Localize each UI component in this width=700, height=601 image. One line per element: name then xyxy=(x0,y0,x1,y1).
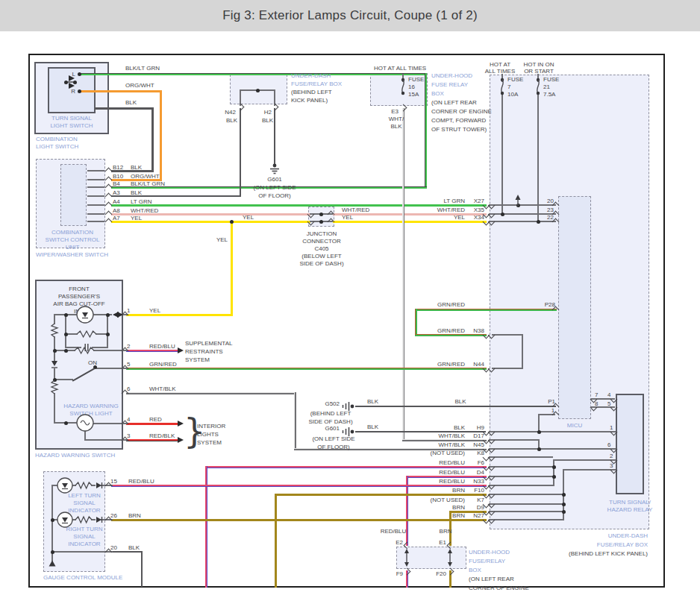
arrow-icon xyxy=(178,347,184,353)
ground-symbol xyxy=(341,401,354,412)
junction-dot xyxy=(64,313,68,317)
ground-symbol xyxy=(341,427,354,437)
wire-gry xyxy=(489,511,564,512)
label-on-left-rear: (ON LEFT REAR xyxy=(431,99,477,106)
pin-connector xyxy=(105,211,113,218)
label-brn: BRN xyxy=(452,487,465,494)
junction-dot xyxy=(53,349,57,353)
double-arrow-symbol xyxy=(447,549,453,567)
wire-gry xyxy=(489,519,564,520)
label-unit: UNIT xyxy=(66,244,80,251)
wire-gry xyxy=(87,195,104,197)
ground-symbol xyxy=(269,163,281,176)
wire-gry xyxy=(522,334,523,369)
wire-gry xyxy=(563,469,616,471)
label-n38: N38 xyxy=(473,327,484,334)
wire-gry xyxy=(489,456,553,458)
wire-gry xyxy=(87,204,104,206)
label-16: 16 xyxy=(408,84,415,90)
label-blk-lt-grn: BLK/LT GRN xyxy=(131,180,165,187)
wire-gry xyxy=(87,170,104,172)
label-d17: D17 xyxy=(473,432,484,439)
label-fuse: FUSE xyxy=(408,76,424,83)
label-wht-blk: WHT/BLK xyxy=(438,432,465,439)
junction-dot xyxy=(106,313,110,317)
label-f9: F9 xyxy=(396,570,403,577)
label-under-hood: UNDER-HOOD xyxy=(431,72,472,79)
fuse-symbol xyxy=(534,78,542,95)
label-or-start: OR START xyxy=(524,68,554,75)
label-red-blu: RED/BLU xyxy=(128,478,154,485)
label-connector: CONNECTOR xyxy=(302,238,340,245)
label-6: 6 xyxy=(127,386,130,392)
label-of-floor: OF FLOOR) xyxy=(317,444,350,450)
led-indicator-symbol xyxy=(56,476,74,494)
label-grn-red: GRN/RED xyxy=(437,327,465,334)
junction-dot xyxy=(51,518,54,522)
label-20: 20 xyxy=(547,198,554,204)
wire-gry xyxy=(537,92,539,222)
junction-dot xyxy=(51,550,54,554)
diode-symbol xyxy=(96,516,103,523)
label-blk: BLK xyxy=(454,398,466,405)
wire-brn xyxy=(111,519,487,521)
label-yel: YEL xyxy=(454,214,465,221)
label-blk: BLK xyxy=(128,544,140,551)
label-wht: WHT/ xyxy=(389,116,404,122)
label-micu: MICU xyxy=(567,422,582,429)
label-red-blu: RED/BLU xyxy=(149,343,175,350)
junction-dot xyxy=(537,220,540,224)
label-junction: JUNCTION xyxy=(307,230,337,237)
combination-switch-control-unit-inner xyxy=(60,164,87,226)
label-light-switch: LIGHT SWITCH xyxy=(36,143,78,150)
junction-dot xyxy=(552,465,556,469)
label-indicator: INDICATOR xyxy=(68,541,100,547)
wire-gry xyxy=(87,221,104,222)
brace: } xyxy=(184,414,205,448)
label-side-of-dash: SIDE OF DASH) xyxy=(299,260,343,267)
junction-dot xyxy=(256,89,260,92)
label-n27: N27 xyxy=(473,512,484,519)
label-corner-of-engine: CORNER OF ENGINE xyxy=(469,585,529,591)
label-blk: BLK xyxy=(390,123,401,130)
label-g601: G601 xyxy=(325,425,340,432)
wire-grnred xyxy=(126,368,487,370)
wire-gry xyxy=(553,459,616,461)
wire-gry xyxy=(87,213,104,215)
junction-dot xyxy=(562,493,566,497)
label-yel: YEL xyxy=(342,214,353,221)
label-light-switch: LIGHT SWITCH xyxy=(50,122,93,129)
label-on-left-side: (ON LEFT SIDE xyxy=(253,184,296,191)
label-of-floor: OF FLOOR) xyxy=(258,192,291,199)
pin-connector xyxy=(105,193,113,201)
label-6: 6 xyxy=(607,441,610,448)
label-of-strut-tower: OF STRUT TOWER) xyxy=(431,126,487,133)
label-brn: BRN xyxy=(452,512,465,519)
label-f10: F10 xyxy=(474,487,484,494)
wire-yel xyxy=(126,314,233,316)
label-hazard-warning: HAZARD WARNING xyxy=(63,403,118,409)
up-arrow-symbol xyxy=(515,195,521,206)
wire-grnred xyxy=(415,334,487,336)
label-not-used: (NOT USED) xyxy=(430,497,465,503)
junction-dot xyxy=(78,72,81,76)
label-supplemental: SUPPLEMENTAL xyxy=(185,340,232,347)
wire-blk xyxy=(274,108,275,166)
label-b4: B4 xyxy=(113,180,120,187)
wire-grnred xyxy=(415,309,417,336)
label-hot-at-all-times: HOT AT ALL TIMES xyxy=(374,65,426,72)
junction-dot xyxy=(537,430,541,434)
label-blk: BLK xyxy=(367,424,378,430)
label-5: 5 xyxy=(127,361,130,368)
label-blk: BLK xyxy=(454,424,465,431)
label-box: BOX xyxy=(431,90,444,97)
label-corner-of-engine: CORNER OF ENGINE xyxy=(431,108,492,115)
wire-yel xyxy=(231,221,233,316)
label-h2: H2 xyxy=(264,109,272,116)
label-blk: BLK xyxy=(131,164,142,171)
wire-org xyxy=(160,90,162,181)
pin-connector xyxy=(105,168,113,175)
wire-brn xyxy=(275,494,277,588)
label-f6: F6 xyxy=(478,459,484,466)
label-yel: YEL xyxy=(243,214,254,221)
